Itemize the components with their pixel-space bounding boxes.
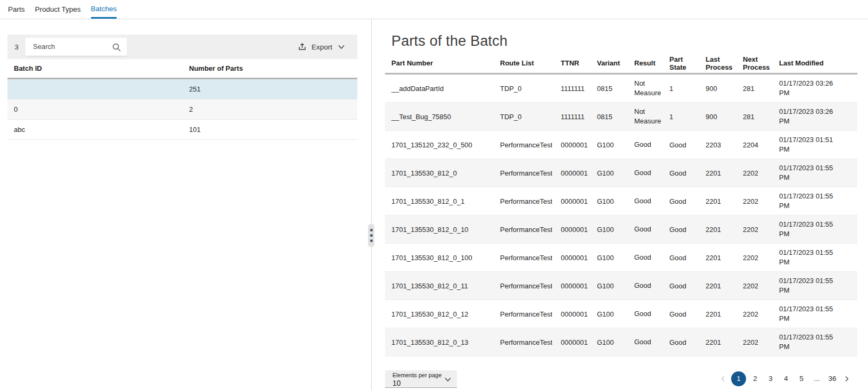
page-button-3[interactable]: 3 xyxy=(764,371,777,386)
cell-text: Good xyxy=(669,197,686,205)
tab-parts[interactable]: Parts xyxy=(8,0,25,19)
tab-product-types[interactable]: Product Types xyxy=(35,0,81,19)
cell-variant: G100 xyxy=(591,197,628,205)
cell-text: 2202 xyxy=(743,169,758,177)
cell-part-state: Good xyxy=(663,254,699,262)
pagination-bar: Elements per page 10 12345...36 xyxy=(385,370,857,388)
batch-row[interactable]: 02 xyxy=(7,99,357,120)
batch-id-cell: 0 xyxy=(7,105,189,113)
column-header-part-number: Part Number xyxy=(385,59,494,67)
cell-text: 01/17/2023 01:55 PM xyxy=(779,248,839,267)
elements-per-page-select[interactable]: Elements per page 10 xyxy=(385,370,457,388)
page-button-1[interactable]: 1 xyxy=(731,371,746,386)
cell-text: 01/17/2023 01:55 PM xyxy=(779,333,839,352)
cell-text: 2202 xyxy=(743,282,758,290)
page-title: Parts of the Batch xyxy=(391,33,857,49)
cell-text: PerformanceTest xyxy=(500,141,552,149)
cell-text: 1701_135530_812_0_11 xyxy=(391,282,468,290)
batch-toolbar: 3 Export xyxy=(7,35,357,59)
cell-text: 2202 xyxy=(743,226,758,234)
number-of-parts-cell: 101 xyxy=(189,126,357,134)
parts-table-row[interactable]: 1701_135530_812_0_10PerformanceTest00000… xyxy=(385,215,857,244)
cell-variant: 0815 xyxy=(591,85,628,93)
parts-panel: Parts of the Batch Part NumberRoute List… xyxy=(385,19,857,388)
cell-text: Good xyxy=(634,168,661,178)
cell-text: 0815 xyxy=(597,85,612,93)
cell-text: Good xyxy=(669,282,686,290)
parts-table-row[interactable]: __addDataPartIdTDP_011111110815Not Measu… xyxy=(385,74,857,103)
cell-ttnr: 0000001 xyxy=(554,197,591,205)
previous-page-button[interactable] xyxy=(718,371,728,386)
cell-text: Good xyxy=(634,309,661,319)
cell-next-process: 2202 xyxy=(736,197,773,205)
next-page-button[interactable] xyxy=(841,371,852,386)
drag-handle-dots-icon xyxy=(370,229,373,231)
cell-text: 01/17/2023 01:55 PM xyxy=(779,304,839,323)
cell-text: 2201 xyxy=(706,310,721,318)
page-button-4[interactable]: 4 xyxy=(780,371,792,386)
parts-table-row[interactable]: 1701_135530_812_0_1PerformanceTest000000… xyxy=(385,187,857,215)
page-button-2[interactable]: 2 xyxy=(749,371,761,386)
cell-text: 1701_135530_812_0_12 xyxy=(391,310,469,318)
cell-text: 2201 xyxy=(706,197,721,205)
cell-ttnr: 0000001 xyxy=(554,254,591,262)
parts-table-row[interactable]: __Test_Bug_75850TDP_011111110815Not Meas… xyxy=(385,103,857,131)
batch-row[interactable]: 251 xyxy=(7,79,357,99)
cell-ttnr: 0000001 xyxy=(554,226,591,234)
cell-text: G100 xyxy=(597,226,614,234)
cell-text: G100 xyxy=(597,141,614,149)
cell-text: TDP_0 xyxy=(500,85,552,93)
column-header-ttnr: TTNR xyxy=(554,59,591,67)
cell-part-state: 1 xyxy=(663,85,699,93)
search-icon[interactable] xyxy=(112,43,121,52)
cell-part-number: __Test_Bug_75850 xyxy=(385,113,494,121)
cell-ttnr: 0000001 xyxy=(554,169,591,177)
cell-part-state: Good xyxy=(663,310,699,318)
cell-text: Not Measured xyxy=(634,107,661,126)
export-label: Export xyxy=(312,43,332,51)
cell-text: 2201 xyxy=(706,282,721,290)
cell-text: 2202 xyxy=(743,254,758,262)
parts-table-row[interactable]: 1701_135530_812_0_11PerformanceTest00000… xyxy=(385,272,857,300)
cell-text: PerformanceTest xyxy=(500,282,552,290)
chevron-down-icon xyxy=(337,43,346,51)
cell-last-modified: 01/17/2023 01:51 PM xyxy=(773,135,857,154)
cell-text: 0000001 xyxy=(561,169,588,177)
cell-part-number: 1701_135530_812_0_12 xyxy=(385,310,494,318)
cell-route-list: TDP_0 xyxy=(494,85,554,93)
cell-text: 01/17/2023 03:26 PM xyxy=(779,79,839,98)
batch-id-cell: abc xyxy=(7,126,189,134)
cell-last-process: 2201 xyxy=(699,197,736,205)
batch-table-header: Batch IDNumber of Parts xyxy=(7,59,357,79)
cell-text: 0815 xyxy=(597,113,612,121)
tab-batches[interactable]: Batches xyxy=(91,0,117,19)
cell-route-list: PerformanceTest xyxy=(494,310,554,318)
search-input[interactable] xyxy=(26,43,110,51)
parts-table-row[interactable]: 1701_135530_812_0_100PerformanceTest0000… xyxy=(385,244,857,272)
cell-ttnr: 0000001 xyxy=(554,282,591,290)
splitter-handle[interactable] xyxy=(368,224,374,247)
cell-text: Good xyxy=(669,310,686,318)
parts-table-row[interactable]: 1701_135530_812_0PerformanceTest0000001G… xyxy=(385,159,857,187)
export-button[interactable]: Export xyxy=(298,43,346,52)
parts-table-row[interactable]: 1701_135530_812_0_12PerformanceTest00000… xyxy=(385,300,857,328)
page-ellipsis: ... xyxy=(810,371,823,386)
page-button-5[interactable]: 5 xyxy=(795,371,808,386)
cell-variant: G100 xyxy=(591,141,628,149)
cell-part-state: Good xyxy=(663,338,699,346)
cell-route-list: PerformanceTest xyxy=(494,338,554,346)
batch-row[interactable]: abc101 xyxy=(7,120,357,140)
parts-table-row[interactable]: 1701_135120_232_0_500PerformanceTest0000… xyxy=(385,131,857,159)
cell-last-process: 2201 xyxy=(699,338,736,346)
cell-text: 281 xyxy=(743,85,755,93)
cell-text: 1 xyxy=(669,85,673,93)
page-button-36[interactable]: 36 xyxy=(826,371,839,386)
cell-text: Good xyxy=(669,169,686,177)
cell-text: 0000001 xyxy=(561,310,588,318)
cell-text: PerformanceTest xyxy=(500,197,552,205)
cell-text: 01/17/2023 01:55 PM xyxy=(779,163,839,182)
cell-text: 1701_135530_812_0_13 xyxy=(391,338,469,346)
column-header-variant: Variant xyxy=(591,59,628,67)
parts-table-row[interactable]: 1701_135530_812_0_13PerformanceTest00000… xyxy=(385,328,857,356)
search-box[interactable] xyxy=(26,38,127,56)
